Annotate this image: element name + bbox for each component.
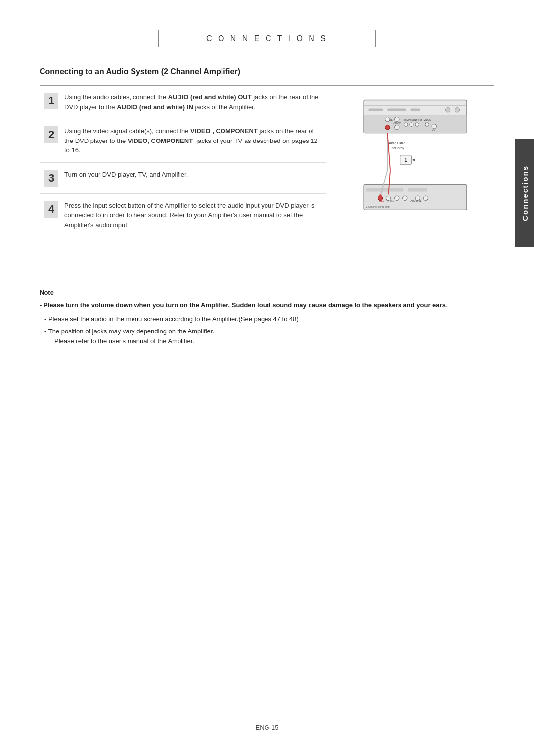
svg-rect-3 <box>387 108 406 111</box>
svg-text:COMPONENT OUT: COMPONENT OUT <box>403 119 422 121</box>
svg-text:OUT: OUT <box>432 129 437 131</box>
step-1-content: Using the audio cables, connect the AUDI… <box>64 93 319 112</box>
svg-point-37 <box>395 196 399 200</box>
svg-point-11 <box>385 117 390 121</box>
svg-point-17 <box>410 123 414 127</box>
svg-point-5 <box>445 108 450 112</box>
svg-point-14 <box>395 125 399 130</box>
diagram-column: WHITE RED AUDIO COMPONENT OUT VIDEO <box>336 86 494 274</box>
svg-text:1: 1 <box>404 157 407 163</box>
svg-point-20 <box>425 123 429 127</box>
step-1-number: 1 <box>44 93 58 109</box>
svg-text:AUDIO: AUDIO <box>394 122 401 124</box>
header-title: C O N N E C T I O N S <box>206 34 328 43</box>
step-4-number: 4 <box>44 201 58 218</box>
note-bold-text: - Please turn the volume down when you t… <box>40 300 494 310</box>
svg-point-41 <box>423 196 428 200</box>
svg-text:Audio Cable: Audio Cable <box>388 142 405 145</box>
svg-point-22 <box>432 124 436 129</box>
page-number: ENG-15 <box>256 724 279 731</box>
step-2-content: Using the video signal cable(s), connect… <box>64 126 319 155</box>
svg-point-40 <box>415 196 420 200</box>
connection-diagram: WHITE RED AUDIO COMPONENT OUT VIDEO <box>346 95 485 264</box>
svg-text:AUDIO IN: AUDIO IN <box>411 200 422 202</box>
step-4-content: Press the input select button of the Amp… <box>64 201 319 230</box>
step-3: 3 Turn on your DVD player, TV, and Ampli… <box>40 163 326 194</box>
svg-text:VIDEO: VIDEO <box>424 119 431 121</box>
step-2-number: 2 <box>44 126 58 143</box>
svg-point-18 <box>415 123 419 127</box>
svg-point-46 <box>387 194 390 197</box>
svg-marker-29 <box>412 159 415 162</box>
note-item-2-sub: Please refer to the user's manual of the… <box>44 337 194 345</box>
step-3-content: Turn on your DVD player, TV, and Amplifi… <box>64 170 188 187</box>
svg-rect-32 <box>408 188 427 192</box>
svg-point-13 <box>395 117 399 121</box>
step-4: 4 Press the input select button of the A… <box>40 194 326 237</box>
svg-point-6 <box>455 108 459 112</box>
svg-point-45 <box>379 194 382 197</box>
footer: ENG-15 <box>0 724 534 731</box>
steps-column: 1 Using the audio cables, connect the AU… <box>40 86 336 274</box>
svg-point-38 <box>403 196 407 200</box>
svg-rect-2 <box>369 108 383 111</box>
svg-text:(Included): (Included) <box>390 146 404 150</box>
note-item-1: Please set the audio in the menu screen … <box>40 314 494 324</box>
step-1: 1 Using the audio cables, connect the AU… <box>40 86 326 119</box>
note-item-2: The position of jacks may vary depending… <box>40 327 494 346</box>
page-container: C O N N E C T I O N S Connecting to an A… <box>0 0 534 756</box>
svg-rect-31 <box>366 188 404 192</box>
note-label: Note <box>40 289 494 296</box>
content-area: 1 Using the audio cables, connect the AU… <box>40 85 494 274</box>
svg-point-16 <box>404 123 408 127</box>
notes-section: Note - Please turn the volume down when … <box>40 289 494 359</box>
section-title: Connecting to an Audio System (2 Channel… <box>40 67 494 76</box>
svg-rect-4 <box>411 108 420 111</box>
svg-point-12 <box>385 125 390 130</box>
step-3-number: 3 <box>44 170 58 187</box>
svg-text:2-Channel stereo amp: 2-Channel stereo amp <box>366 206 390 208</box>
step-2: 2 Using the video signal cable(s), conne… <box>40 119 326 163</box>
header-box: C O N N E C T I O N S <box>158 30 376 47</box>
